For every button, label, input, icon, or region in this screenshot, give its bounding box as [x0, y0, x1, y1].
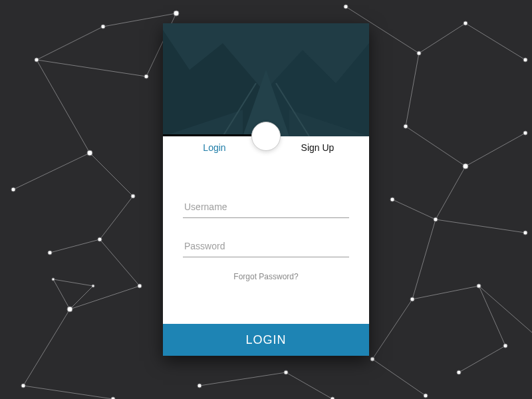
svg-point-49	[344, 5, 348, 9]
svg-point-40	[131, 194, 135, 198]
svg-line-6	[90, 153, 133, 196]
svg-line-22	[436, 166, 466, 219]
svg-point-53	[404, 124, 408, 128]
tab-signup[interactable]: Sign Up	[266, 136, 369, 159]
svg-point-59	[410, 297, 414, 301]
svg-line-30	[479, 286, 505, 346]
svg-point-58	[523, 231, 527, 235]
svg-point-50	[417, 51, 421, 55]
svg-line-10	[70, 286, 140, 309]
svg-line-4	[37, 60, 90, 153]
svg-line-32	[200, 372, 286, 386]
svg-line-18	[466, 23, 525, 60]
svg-point-54	[463, 164, 468, 169]
svg-line-19	[406, 53, 419, 126]
svg-line-29	[479, 286, 532, 332]
svg-line-3	[37, 60, 146, 76]
svg-line-8	[50, 239, 100, 253]
svg-point-44	[67, 307, 72, 312]
svg-point-42	[48, 251, 52, 255]
password-input[interactable]	[183, 235, 349, 257]
svg-point-64	[424, 394, 428, 398]
svg-point-39	[11, 188, 15, 192]
login-card: Login Sign Up Forgot Password? LOGIN	[163, 23, 369, 356]
svg-point-61	[503, 344, 507, 348]
svg-point-52	[523, 58, 527, 62]
svg-point-37	[144, 74, 148, 78]
svg-line-13	[70, 286, 93, 309]
svg-line-9	[100, 239, 140, 286]
svg-point-43	[138, 284, 142, 288]
svg-point-55	[523, 131, 527, 135]
svg-point-60	[477, 284, 481, 288]
hero-image	[163, 23, 369, 136]
svg-line-24	[436, 219, 525, 233]
svg-line-33	[286, 372, 332, 399]
svg-point-41	[98, 237, 102, 241]
svg-line-12	[23, 386, 113, 399]
svg-line-17	[419, 23, 466, 53]
svg-point-63	[370, 357, 374, 361]
svg-point-45	[92, 285, 94, 287]
avatar-placeholder[interactable]	[251, 122, 281, 151]
svg-line-26	[372, 299, 412, 359]
tab-login[interactable]: Login	[163, 136, 266, 159]
svg-point-35	[101, 25, 105, 29]
svg-point-66	[284, 370, 288, 374]
svg-line-27	[372, 359, 426, 396]
login-button[interactable]: LOGIN	[163, 324, 369, 356]
svg-line-28	[412, 286, 479, 299]
svg-point-47	[21, 384, 25, 388]
svg-point-56	[434, 217, 438, 221]
svg-line-7	[100, 196, 133, 239]
svg-line-0	[37, 27, 103, 60]
svg-line-21	[466, 133, 525, 166]
svg-line-15	[53, 279, 93, 286]
username-input[interactable]	[183, 196, 349, 218]
svg-line-20	[406, 126, 466, 166]
svg-point-46	[52, 278, 55, 281]
svg-point-65	[198, 384, 201, 388]
svg-line-31	[459, 346, 505, 372]
svg-point-36	[174, 11, 179, 16]
svg-point-57	[390, 198, 394, 201]
svg-line-25	[412, 219, 436, 299]
tab-bar: Login Sign Up	[163, 136, 369, 159]
forgot-password-link[interactable]: Forgot Password?	[183, 272, 349, 281]
svg-point-51	[464, 21, 467, 25]
svg-line-11	[23, 309, 70, 386]
svg-point-34	[35, 58, 39, 62]
svg-point-38	[87, 150, 92, 156]
svg-line-23	[392, 200, 436, 219]
svg-point-62	[457, 370, 461, 374]
svg-line-14	[53, 279, 70, 309]
login-form: Forgot Password?	[163, 159, 369, 324]
svg-line-5	[13, 153, 90, 190]
